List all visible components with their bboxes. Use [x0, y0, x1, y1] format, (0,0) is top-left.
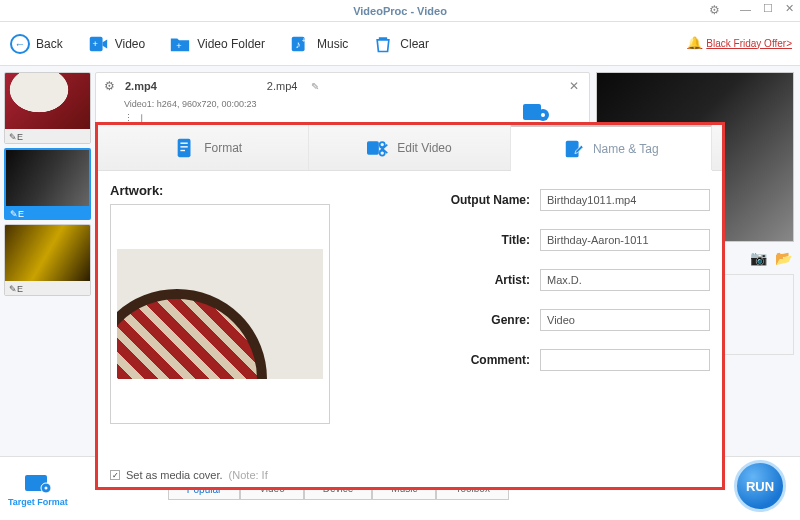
svg-text:+: + [177, 40, 182, 50]
thumb-edit-icon[interactable]: ✎ E [5, 129, 90, 144]
svg-point-8 [541, 113, 545, 117]
tab-edit-video-label: Edit Video [397, 141, 452, 155]
music-note-icon: ♪+ [289, 33, 311, 55]
item-video-info: Video1: h264, 960x720, 00:00:23 [96, 99, 589, 113]
artist-input[interactable] [540, 269, 710, 291]
item-output-name: 2.mp4 [267, 80, 298, 92]
tab-name-tag-label: Name & Tag [593, 142, 659, 156]
svg-rect-16 [367, 141, 379, 155]
back-arrow-icon: ← [10, 34, 30, 54]
set-cover-label: Set as media cover. [126, 469, 223, 481]
codec-gear-icon[interactable] [523, 101, 549, 123]
tag-pencil-icon [563, 138, 585, 160]
close-icon[interactable]: ✕ [785, 2, 794, 15]
svg-text:+: + [302, 36, 306, 45]
window-controls: — ☐ ✕ [740, 2, 794, 15]
run-label: RUN [746, 479, 774, 494]
titlebar: VideoProc - Video ⚙ — ☐ ✕ [0, 0, 800, 22]
item-header: ⚙ 2.mp4 2.mp4 ✎ ✕ [96, 73, 589, 99]
list-item[interactable]: ✎ E [4, 148, 91, 220]
genre-row: Genre: [352, 309, 710, 331]
artwork-frame[interactable] [110, 204, 330, 424]
artwork-column: Artwork: [110, 183, 340, 424]
title-row: Title: [352, 229, 710, 251]
target-format-icon [23, 471, 53, 495]
clear-label: Clear [400, 37, 429, 51]
svg-text:♪: ♪ [295, 38, 300, 49]
app-title: VideoProc - Video [353, 5, 447, 17]
remove-item-icon[interactable]: ✕ [569, 79, 579, 93]
minimize-icon[interactable]: — [740, 3, 751, 15]
bell-icon: 🔔 [687, 36, 702, 50]
item-filename: 2.mp4 [125, 80, 157, 92]
promo-label: Black Friday Offer> [706, 38, 792, 49]
item-settings-icon[interactable]: ⚙ [104, 79, 115, 93]
panel-tabs: Format Edit Video Name & Tag [98, 125, 722, 171]
video-label: Video [115, 37, 145, 51]
genre-label: Genre: [491, 313, 530, 327]
back-button[interactable]: ← Back [10, 34, 63, 54]
list-item[interactable]: ✎ E [4, 224, 91, 296]
artist-row: Artist: [352, 269, 710, 291]
title-label: Title: [502, 233, 530, 247]
svg-rect-13 [181, 142, 188, 143]
clear-button[interactable]: Clear [372, 33, 429, 55]
target-format-button[interactable]: Target Format [8, 471, 68, 507]
genre-input[interactable] [540, 309, 710, 331]
thumbnail [6, 150, 89, 206]
output-name-input[interactable] [540, 189, 710, 211]
svg-rect-15 [181, 149, 186, 150]
set-cover-note: (Note: If [229, 469, 268, 481]
comment-row: Comment: [352, 349, 710, 371]
artwork-image [117, 249, 323, 379]
add-video-button[interactable]: + Video [87, 33, 145, 55]
tab-format[interactable]: Format [108, 125, 309, 170]
run-button[interactable]: RUN [734, 460, 786, 512]
svg-rect-12 [178, 138, 191, 156]
artwork-heading: Artwork: [110, 183, 340, 198]
thumbnail [5, 225, 90, 281]
tab-name-tag[interactable]: Name & Tag [511, 125, 712, 170]
comment-label: Comment: [471, 353, 530, 367]
output-name-row: Output Name: [352, 189, 710, 211]
tab-edit-video[interactable]: Edit Video [309, 125, 510, 170]
target-format-label: Target Format [8, 497, 68, 507]
maximize-icon[interactable]: ☐ [763, 2, 773, 15]
settings-gear-icon[interactable]: ⚙ [709, 3, 720, 17]
source-list: ✎ E ✎ E ✎ E [0, 66, 95, 456]
svg-point-11 [44, 486, 47, 489]
list-item[interactable]: ✎ E [4, 72, 91, 144]
main-toolbar: ← Back + Video + Video Folder ♪+ Music C… [0, 22, 800, 66]
folder-icon: + [169, 33, 191, 55]
title-input[interactable] [540, 229, 710, 251]
open-folder-icon[interactable]: 📂 [775, 250, 792, 266]
thumbnail [5, 73, 90, 129]
add-video-folder-button[interactable]: + Video Folder [169, 33, 265, 55]
edit-scissors-icon [367, 137, 389, 159]
back-label: Back [36, 37, 63, 51]
thumb-edit-icon[interactable]: ✎ E [6, 206, 89, 220]
svg-text:+: + [92, 38, 97, 48]
promo-link[interactable]: 🔔 Black Friday Offer> [687, 36, 792, 50]
artist-label: Artist: [495, 273, 530, 287]
rename-pencil-icon[interactable]: ✎ [311, 81, 319, 92]
video-folder-label: Video Folder [197, 37, 265, 51]
video-file-icon: + [87, 33, 109, 55]
snapshot-camera-icon[interactable]: 📷 [750, 250, 767, 266]
comment-input[interactable] [540, 349, 710, 371]
panel-body: Artwork: Output Name: Title: Artist: Ge [98, 171, 722, 436]
music-label: Music [317, 37, 348, 51]
name-tag-panel: Format Edit Video Name & Tag Artwork: [95, 122, 725, 490]
artwork-pie-graphic [117, 289, 267, 379]
svg-rect-14 [181, 146, 188, 147]
checkbox-icon [110, 470, 120, 480]
tab-format-label: Format [204, 141, 242, 155]
set-cover-checkbox[interactable]: Set as media cover. (Note: If [110, 469, 268, 481]
output-name-label: Output Name: [451, 193, 530, 207]
trash-icon [372, 33, 394, 55]
svg-rect-19 [566, 140, 579, 157]
format-file-icon [174, 137, 196, 159]
add-music-button[interactable]: ♪+ Music [289, 33, 348, 55]
thumb-edit-icon[interactable]: ✎ E [5, 281, 90, 296]
metadata-form: Output Name: Title: Artist: Genre: Comme… [352, 183, 710, 424]
